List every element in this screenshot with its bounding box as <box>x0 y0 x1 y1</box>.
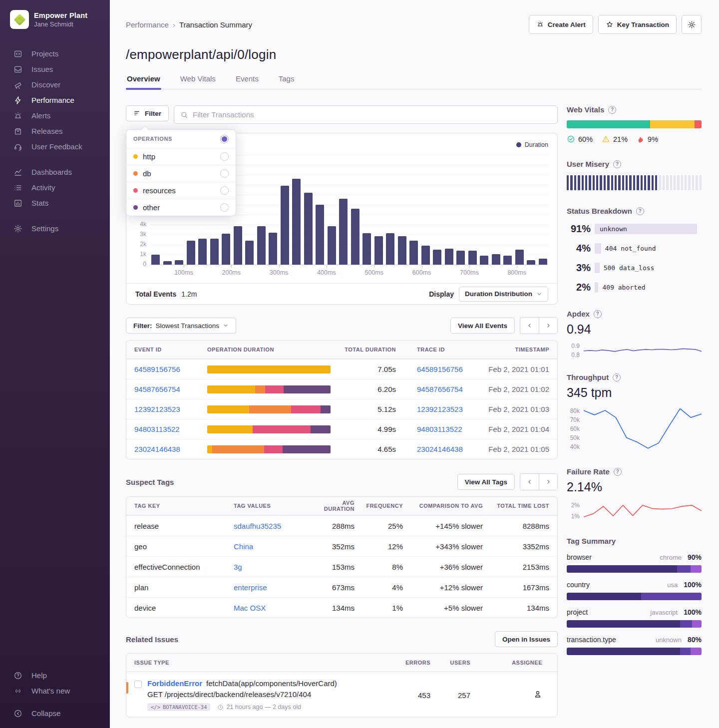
search-box <box>174 105 558 124</box>
sidebar-item-stats[interactable]: Stats <box>0 195 110 211</box>
operations-item-resources[interactable]: resources <box>126 182 236 199</box>
event-id-link[interactable]: 23024146438 <box>134 445 207 453</box>
trace-id-link[interactable]: 23024146438 <box>396 445 480 453</box>
total-duration: 4.65s <box>332 445 396 453</box>
total-duration: 7.05s <box>332 365 396 373</box>
org-switcher[interactable]: Empower Plant Jane Schmidt <box>0 10 110 29</box>
db-radio[interactable] <box>220 169 229 178</box>
status-bar <box>595 263 600 273</box>
help-icon[interactable]: ? <box>613 373 621 381</box>
tab-overview[interactable]: Overview <box>126 74 161 89</box>
help-icon[interactable]: ? <box>594 310 602 318</box>
sidebar-item-dashboards[interactable]: Dashboards <box>0 164 110 180</box>
display-select[interactable]: Duration Distribution <box>459 287 548 302</box>
create-alert-label: Create Alert <box>548 21 586 28</box>
tag-summary-percent: 90% <box>688 553 702 561</box>
trace-id-link[interactable]: 94803113522 <box>396 425 480 433</box>
operations-dropdown-header[interactable]: OPERATIONS <box>126 130 236 148</box>
pager-next-button[interactable] <box>539 474 557 490</box>
sidebar-item-label: User Feedback <box>31 142 82 151</box>
tag-value-link[interactable]: enterprise <box>234 583 314 592</box>
tag-value-link[interactable]: 3g <box>234 563 314 571</box>
event-id-link[interactable]: 12392123523 <box>134 405 207 413</box>
trace-id-link[interactable]: 94587656754 <box>396 385 480 393</box>
sidebar-item-discover[interactable]: Discover <box>0 77 110 92</box>
open-in-issues-button[interactable]: Open in Issues <box>495 631 558 647</box>
total-events-value: 1.2m <box>181 290 197 298</box>
tag-value-link[interactable]: China <box>234 542 314 551</box>
issue-checkbox[interactable] <box>134 681 142 688</box>
sidebar-item-help[interactable]: Help <box>0 668 110 683</box>
event-id-link[interactable]: 94587656754 <box>134 385 207 393</box>
operations-item-db[interactable]: db <box>126 165 236 182</box>
collapse-icon <box>13 709 22 718</box>
event-id-link[interactable]: 94803113522 <box>134 425 207 433</box>
http-radio[interactable] <box>220 152 229 161</box>
sidebar-item-issues[interactable]: Issues <box>0 61 110 77</box>
trace-id-link[interactable]: 12392123523 <box>396 405 480 413</box>
status-row: 4% 404 not_found <box>567 243 702 254</box>
project-badge[interactable]: </> BOTANAVOICE-34 <box>147 703 210 711</box>
pager-next-button[interactable] <box>539 318 557 334</box>
event-id-link[interactable]: 64589156756 <box>134 365 207 373</box>
summary-sidebar: Web Vitals? 60% 21% 9% <box>567 105 702 718</box>
tag-value-link[interactable]: sdaufhu35235 <box>234 522 314 530</box>
operations-all-radio[interactable] <box>220 135 229 143</box>
code-icon: </> <box>151 704 160 710</box>
help-icon[interactable]: ? <box>614 468 622 476</box>
breadcrumb-current: Transaction Summary <box>179 20 252 29</box>
tag-key: device <box>134 604 234 612</box>
trace-id-link[interactable]: 64589156756 <box>396 365 480 373</box>
display-label: Display <box>429 290 454 298</box>
help-icon[interactable]: ? <box>608 106 616 114</box>
sidebar-item-alerts[interactable]: Alerts <box>0 108 110 123</box>
other-radio[interactable] <box>220 203 229 212</box>
tab-events[interactable]: Events <box>235 74 260 89</box>
settings-gear-button[interactable] <box>682 15 702 34</box>
sidebar-item-label: Alerts <box>31 111 50 120</box>
column-header: TOTAL DURATION <box>332 347 396 353</box>
pager-prev-button[interactable] <box>520 474 539 490</box>
suspect-tags-title: Suspect Tags <box>126 478 174 486</box>
sidebar-item-activity[interactable]: Activity <box>0 180 110 195</box>
sidebar-item-whats-new[interactable]: What's new <box>0 683 110 699</box>
clock-icon <box>217 704 224 711</box>
help-icon[interactable]: ? <box>636 207 644 215</box>
column-header: USERS <box>430 660 470 666</box>
duration-legend-label: Duration <box>525 141 548 148</box>
tag-value-link[interactable]: Mac OSX <box>234 604 314 612</box>
sidebar-item-releases[interactable]: Releases <box>0 123 110 139</box>
pager-prev-button[interactable] <box>520 318 539 334</box>
operations-item-http[interactable]: http <box>126 148 236 165</box>
create-alert-button[interactable]: Create Alert <box>529 15 593 34</box>
tag-summary-value: chrome <box>660 554 682 561</box>
sidebar-item-label: Activity <box>31 183 55 192</box>
total-events-label: Total Events <box>135 290 176 298</box>
view-all-events-button[interactable]: View All Events <box>450 318 515 334</box>
tab-tags[interactable]: Tags <box>278 74 296 89</box>
key-transaction-button[interactable]: Key Transaction <box>598 15 677 34</box>
column-header: ISSUE TYPE <box>134 660 390 666</box>
sidebar-item-settings[interactable]: Settings <box>0 221 110 236</box>
assignee-cell[interactable] <box>470 690 549 701</box>
breadcrumb-performance[interactable]: Performance <box>126 20 169 29</box>
avg-duration: 673ms <box>314 583 355 592</box>
tab-web-vitals[interactable]: Web Vitals <box>179 74 217 89</box>
filter-button[interactable]: Filter <box>126 105 169 121</box>
view-all-tags-button[interactable]: View All Tags <box>457 474 515 490</box>
issue-title-link[interactable]: ForbiddenError <box>147 679 202 688</box>
sidebar-item-projects[interactable]: Projects <box>0 46 110 61</box>
help-icon[interactable]: ? <box>613 160 621 168</box>
filter-lines-icon <box>133 109 141 117</box>
org-user: Jane Schmidt <box>34 20 87 28</box>
sidebar-item-user-feedback[interactable]: User Feedback <box>0 139 110 154</box>
operations-item-other[interactable]: other <box>126 199 236 216</box>
events-filter-select[interactable]: Filter: Slowest Transactions <box>126 318 236 334</box>
resources-radio[interactable] <box>220 186 229 195</box>
tag-summary-title: Tag Summary <box>567 537 616 545</box>
sidebar-item-collapse[interactable]: Collapse <box>0 706 110 721</box>
sidebar-item-performance[interactable]: Performance <box>0 92 110 108</box>
search-input[interactable] <box>193 110 551 119</box>
operation-duration-bar <box>207 425 331 433</box>
throughput-value: 345 tpm <box>567 385 702 400</box>
